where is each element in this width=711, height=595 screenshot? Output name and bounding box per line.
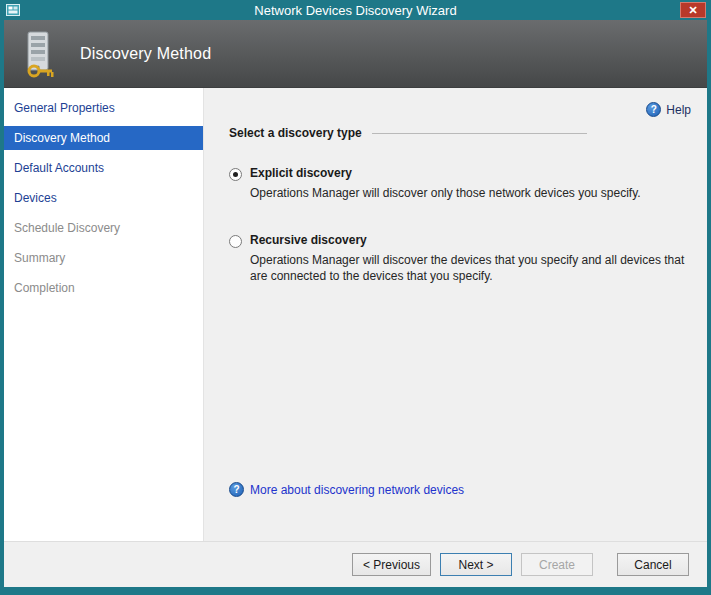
main-panel: ? Help Select a discovery type Explicit … bbox=[204, 88, 707, 541]
cancel-button[interactable]: Cancel bbox=[617, 553, 689, 576]
sidebar-item-default-accounts[interactable]: Default Accounts bbox=[4, 156, 203, 180]
help-icon: ? bbox=[229, 482, 244, 497]
recursive-discovery-description: Operations Manager will discover the dev… bbox=[250, 252, 689, 284]
recursive-discovery-radio[interactable] bbox=[229, 235, 242, 248]
help-link[interactable]: ? Help bbox=[646, 102, 691, 117]
sidebar-item-summary: Summary bbox=[4, 246, 203, 270]
help-icon: ? bbox=[646, 102, 661, 117]
sidebar-item-discovery-method[interactable]: Discovery Method bbox=[4, 126, 203, 150]
explicit-discovery-radio[interactable] bbox=[229, 168, 242, 181]
sidebar-item-completion: Completion bbox=[4, 276, 203, 300]
explicit-discovery-label[interactable]: Explicit discovery bbox=[250, 166, 352, 180]
section-header: Select a discovery type bbox=[229, 126, 689, 140]
previous-button[interactable]: < Previous bbox=[352, 553, 431, 576]
next-button[interactable]: Next > bbox=[440, 553, 512, 576]
recursive-discovery-label[interactable]: Recursive discovery bbox=[250, 233, 367, 247]
option-recursive-discovery: Recursive discovery Operations Manager w… bbox=[229, 233, 689, 284]
sidebar-item-general-properties[interactable]: General Properties bbox=[4, 96, 203, 120]
wizard-window: Network Devices Discovery Wizard ✕ Disco… bbox=[0, 0, 711, 595]
explicit-discovery-description: Operations Manager will discover only th… bbox=[250, 185, 641, 201]
sidebar-item-schedule-discovery: Schedule Discovery bbox=[4, 216, 203, 240]
page-title: Discovery Method bbox=[80, 45, 211, 63]
button-bar: < Previous Next > Create Cancel bbox=[4, 541, 707, 587]
discovery-wizard-icon bbox=[18, 29, 62, 79]
option-explicit-discovery: Explicit discovery Operations Manager wi… bbox=[229, 166, 689, 201]
wizard-steps-sidebar: General Properties Discovery Method Defa… bbox=[4, 88, 204, 541]
section-title: Select a discovery type bbox=[229, 126, 362, 140]
more-about-link[interactable]: ? More about discovering network devices bbox=[229, 482, 464, 497]
more-about-label: More about discovering network devices bbox=[250, 483, 464, 497]
window-title: Network Devices Discovery Wizard bbox=[0, 3, 711, 18]
create-button: Create bbox=[521, 553, 593, 576]
help-label: Help bbox=[666, 103, 691, 117]
sidebar-item-devices[interactable]: Devices bbox=[4, 186, 203, 210]
title-bar: Network Devices Discovery Wizard ✕ bbox=[0, 0, 711, 20]
wizard-body: General Properties Discovery Method Defa… bbox=[4, 88, 707, 541]
section-rule bbox=[372, 133, 587, 134]
close-button[interactable]: ✕ bbox=[680, 2, 706, 18]
wizard-header: Discovery Method bbox=[4, 20, 707, 88]
